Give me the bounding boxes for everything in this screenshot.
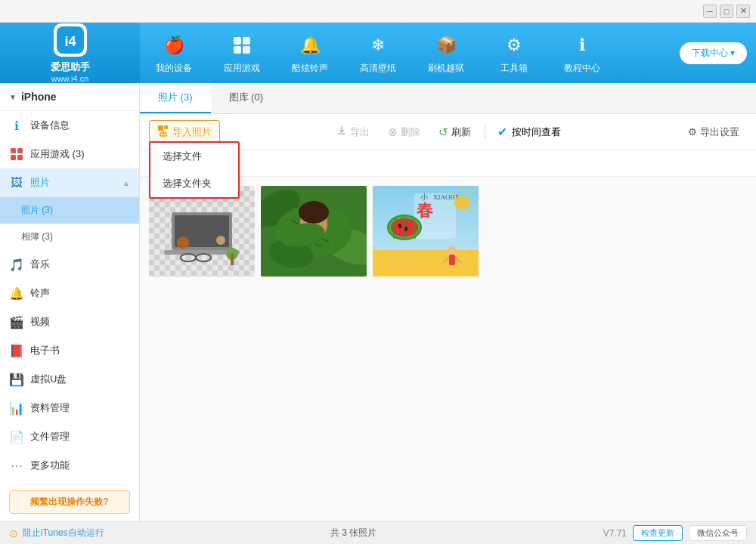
sidebar-item-device-info[interactable]: ℹ 设备信息 [0, 111, 139, 140]
sidebar-item-photo[interactable]: 🖼 照片 ▲ [0, 168, 139, 197]
svg-rect-7 [17, 148, 23, 153]
refresh-btn[interactable]: ↺ 刷新 [431, 122, 479, 143]
check-label: 按时间查看 [512, 125, 561, 139]
sidebar-item-album-sub[interactable]: 相簿 (3) [0, 224, 139, 250]
nav-device[interactable]: 🍎 我的设备 [140, 23, 208, 83]
tab-photos[interactable]: 照片 (3) [140, 83, 211, 113]
logo-area: i4 爱思助手 www.i4.cn [0, 23, 140, 83]
tab-gallery[interactable]: 图库 (0) [211, 83, 282, 113]
nav-right: 下载中心 ▾ [680, 42, 747, 64]
ringtone-nav-icon: 🔔 [296, 32, 324, 59]
sidebar-item-data-label: 资料管理 [30, 401, 70, 415]
svg-rect-11 [164, 125, 168, 129]
toolbar: 导入照片 选择文件 选择文件夹 导出 ⊗ 删除 ↺ 刷新 [140, 114, 756, 150]
select-file-item[interactable]: 选择文件 [150, 143, 238, 170]
sidebar-item-data[interactable]: 📊 资料管理 [0, 394, 139, 422]
nav-jailbreak[interactable]: 📦 刷机越狱 [412, 23, 480, 83]
file-icon: 📄 [9, 429, 24, 444]
sidebar-item-music[interactable]: 🎵 音乐 [0, 250, 139, 279]
sidebar: ▼ iPhone ℹ 设备信息 应用游戏 (3) 🖼 照片 ▲ 照片 (3) [0, 83, 140, 521]
delete-btn[interactable]: ⊗ 删除 [380, 122, 428, 143]
import-icon [157, 125, 169, 139]
wallpaper-nav-icon: ❄ [364, 32, 392, 59]
appgame-nav-icon [228, 32, 256, 59]
status-middle: 共 3 张照片 [110, 527, 597, 539]
refresh-icon: ↺ [438, 125, 448, 139]
nav-tutorial-label: 教程中心 [564, 62, 600, 75]
sidebar-item-photos-sub[interactable]: 照片 (3) [0, 197, 139, 224]
main-layout: ▼ iPhone ℹ 设备信息 应用游戏 (3) 🖼 照片 ▲ 照片 (3) [0, 83, 756, 521]
export-icon [336, 125, 347, 138]
svg-rect-4 [234, 46, 241, 54]
sidebar-item-ring[interactable]: 🔔 铃声 [0, 279, 139, 308]
logo-name: 爱思助手 [51, 60, 90, 74]
svg-rect-6 [11, 148, 16, 153]
export-btn[interactable]: 导出 [329, 122, 377, 143]
nav-ringtone[interactable]: 🔔 酷炫铃声 [276, 23, 344, 83]
sidebar-item-ebook[interactable]: 📕 电子书 [0, 336, 139, 365]
check-icon: ✔ [497, 125, 507, 139]
maximize-btn[interactable]: □ [720, 5, 733, 18]
svg-rect-5 [243, 46, 250, 54]
photo-item-3[interactable]: 春 小 XIAOHE [373, 186, 479, 277]
refresh-label: 刷新 [451, 125, 471, 139]
nav-appgame-label: 应用游戏 [224, 62, 260, 75]
import-dropdown: 选择文件 选择文件夹 [149, 141, 240, 199]
tutorial-nav-icon: ℹ [569, 32, 596, 59]
nav-tools[interactable]: ⚙ 工具箱 [480, 23, 548, 83]
import-label: 导入照片 [172, 125, 212, 139]
sidebar-item-app[interactable]: 应用游戏 (3) [0, 140, 139, 168]
device-header: ▼ iPhone [0, 83, 139, 111]
video-icon: 🎬 [9, 314, 24, 329]
nav-items: 🍎 我的设备 应用游戏 🔔 酷炫铃声 ❄ 高清壁纸 📦 刷机越狱 ⚙ 工具箱 ℹ… [140, 23, 680, 83]
download-btn[interactable]: 下载中心 ▾ [680, 42, 747, 64]
sidebar-item-file[interactable]: 📄 文件管理 [0, 422, 139, 451]
sidebar-item-more-label: 更多功能 [30, 459, 70, 472]
sidebar-item-photo-label: 照片 [30, 176, 50, 190]
sidebar-item-file-label: 文件管理 [30, 430, 70, 444]
sidebar-item-photos-sub-label: 照片 (3) [21, 204, 53, 217]
wechat-btn[interactable]: 微信公众号 [689, 525, 747, 541]
nav-device-label: 我的设备 [156, 62, 192, 75]
itunes-label[interactable]: 阻止iTunes自动运行 [23, 527, 104, 539]
photo-item-1[interactable] [149, 186, 255, 277]
minimize-btn[interactable]: ─ [703, 5, 717, 18]
trouble-btn[interactable]: 频繁出现操作失败? [9, 490, 130, 514]
more-icon: ⋯ [9, 458, 24, 473]
close-btn[interactable]: ✕ [736, 5, 750, 18]
download-label: 下载中心 ▾ [692, 47, 735, 60]
nav-appgame[interactable]: 应用游戏 [208, 23, 276, 83]
photo-expand-arrow: ▲ [122, 179, 130, 187]
select-folder-item[interactable]: 选择文件夹 [150, 170, 238, 197]
svg-rect-8 [11, 155, 16, 160]
gear-icon: ⚙ [688, 126, 697, 138]
content-area: 照片 (3) 图库 (0) 导入照片 选择文件 选择文件夹 导出 [140, 83, 756, 521]
nav-tools-label: 工具箱 [500, 62, 528, 75]
photo-item-2[interactable] [261, 186, 367, 277]
app-icon [9, 147, 24, 162]
sidebar-item-udisk[interactable]: 💾 虚拟U盘 [0, 365, 139, 394]
update-btn[interactable]: 检查更新 [633, 525, 683, 541]
tab-bar: 照片 (3) 图库 (0) [140, 83, 756, 114]
svg-rect-2 [234, 37, 241, 45]
data-icon: 📊 [9, 400, 24, 416]
sidebar-item-music-label: 音乐 [30, 258, 50, 271]
svg-rect-10 [158, 125, 163, 131]
nav-tutorial[interactable]: ℹ 教程中心 [548, 23, 616, 83]
status-left: ⊙ 阻止iTunes自动运行 [9, 527, 104, 539]
toolbar-divider [485, 125, 485, 140]
sidebar-item-more[interactable]: ⋯ 更多功能 [0, 451, 139, 480]
settings-btn[interactable]: ⚙ 导出设置 [680, 122, 747, 143]
sidebar-item-video[interactable]: 🎬 视频 [0, 308, 139, 336]
svg-text:i4: i4 [64, 34, 76, 49]
sidebar-item-album-sub-label: 相簿 (3) [21, 230, 53, 243]
version-label: V7.71 [603, 528, 627, 539]
sidebar-items: ℹ 设备信息 应用游戏 (3) 🖼 照片 ▲ 照片 (3) 相簿 (3) [0, 111, 139, 483]
svg-rect-9 [17, 155, 23, 160]
delete-icon: ⊗ [388, 125, 398, 139]
import-btn[interactable]: 导入照片 [149, 120, 220, 144]
title-bar: ─ □ ✕ [0, 0, 756, 23]
check-area[interactable]: ✔ 按时间查看 [497, 125, 561, 139]
device-name: iPhone [21, 91, 57, 103]
nav-wallpaper[interactable]: ❄ 高清壁纸 [344, 23, 412, 83]
